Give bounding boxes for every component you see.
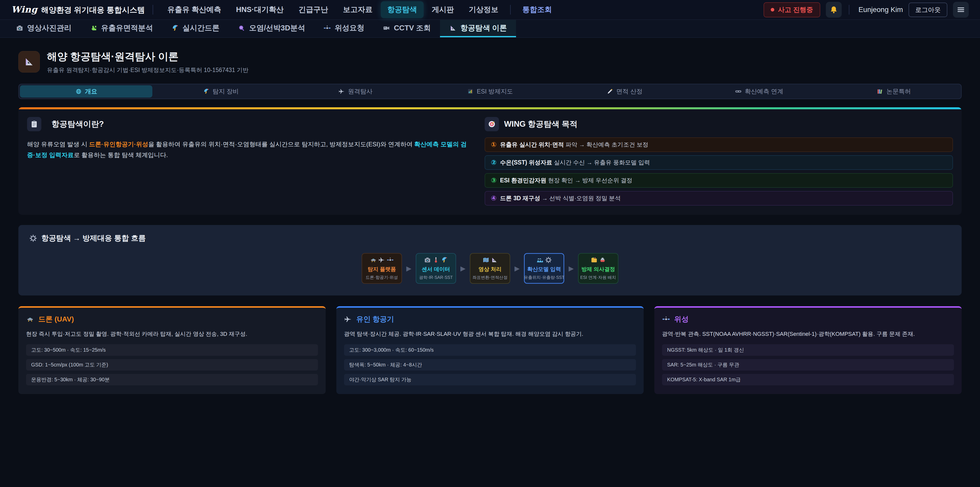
satellite-icon (662, 315, 670, 323)
menu-button[interactable] (953, 2, 969, 18)
nav-integrated-query[interactable]: 통합조회 (516, 1, 558, 18)
incident-status-label: 사고 진행중 (778, 5, 813, 14)
spec-row: 탐색폭: 5~50km · 체공: 4~8시간 (344, 359, 636, 370)
flow-step-title: 확산모델 입력 (527, 266, 561, 273)
logout-button[interactable]: 로그아웃 (908, 3, 947, 17)
bell-icon (829, 5, 838, 14)
tab-papers-patents[interactable]: 논문특허 (828, 85, 960, 97)
incident-status-badge: 사고 진행중 (764, 2, 820, 18)
satellite-dish-icon (203, 88, 210, 95)
tab-label: 탐지 장비 (213, 87, 239, 96)
arrow-right-icon: ▶ (569, 265, 574, 273)
item-bold: 유출유 실시간 위치·면적 (500, 141, 564, 148)
tab-label: 면적 산정 (616, 87, 643, 96)
spec-row: SAR: 5~25m 해상도 · 구름 무관 (662, 359, 954, 370)
chart-icon (467, 88, 474, 95)
item-number: ① (491, 141, 496, 148)
tab-label: 논문특허 (886, 87, 911, 96)
spec-list: NGSST: 5km 해상도 · 일 1회 갱신 SAR: 5~25m 해상도 … (662, 344, 954, 385)
globe-icon (75, 88, 82, 95)
alert-dot (771, 8, 774, 11)
clipboard-icon-box (27, 117, 41, 131)
nav-board[interactable]: 게시판 (425, 1, 461, 18)
pencil-icon (607, 88, 613, 95)
clipboard-icon (30, 120, 38, 128)
nav-weather[interactable]: 기상정보 (462, 1, 505, 18)
platform-title: 위성 (674, 315, 689, 324)
nav-hns-dispersion[interactable]: HNS·대기확산 (229, 1, 290, 18)
nav-divider (510, 5, 511, 14)
folder-icon (590, 256, 598, 263)
gear-icon (545, 256, 552, 263)
satellite-icon (323, 24, 331, 32)
wave-icon (536, 256, 544, 263)
map-icon (482, 256, 490, 263)
nav-emergency-rescue[interactable]: 긴급구난 (292, 1, 335, 18)
books-icon (877, 88, 883, 95)
puzzle-icon (90, 24, 97, 32)
tab-forecast-link[interactable]: 확산예측 연계 (693, 85, 825, 97)
camera-icon (16, 24, 24, 32)
subnav-oil-area-analysis[interactable]: 유출유면적분석 (81, 20, 162, 37)
purpose-item-1: ① 유출유 실시간 위치·면적 파악 → 확산예측 초기조건 보정 (485, 137, 953, 152)
main-nav: 유출유 확산예측 HNS·대기확산 긴급구난 보고자료 항공탐색 게시판 기상정… (161, 1, 558, 18)
subnav-photo-management[interactable]: 영상사진관리 (6, 20, 81, 37)
platform-title: 드론 (UAV) (38, 315, 74, 324)
subnav-label: 오염/선박3D분석 (249, 23, 305, 33)
spec-row: 고도: 30~500m · 속도: 15~25m/s (26, 344, 318, 356)
body-text: 을 활용하여 유출유의 위치·면적·오염형태를 실시간으로 탐지하고, 방제정보… (148, 141, 414, 148)
plane-icon (378, 256, 385, 263)
item-number: ② (491, 158, 496, 166)
link-icon (735, 88, 741, 95)
spec-row: GSD: 1~5cm/px (100m 고도 기준) (26, 359, 318, 370)
nav-reports[interactable]: 보고자료 (336, 1, 379, 18)
theory-tabbar: 개요 탐지 장비 원격탐사 ESI 방제지도 면적 산정 확산예측 연계 논문특… (18, 84, 962, 99)
subnav-label: 영상사진관리 (27, 23, 72, 33)
set-square-icon (24, 56, 35, 67)
tab-esi-map[interactable]: ESI 방제지도 (424, 85, 556, 97)
tab-overview[interactable]: 개요 (20, 85, 152, 97)
subnav-label: 실시간드론 (183, 23, 220, 33)
subnav-label: CCTV 조회 (394, 23, 431, 33)
subnav-label: 유출유면적분석 (101, 23, 153, 33)
spec-row: KOMPSAT-5: X-band SAR 1m급 (662, 374, 954, 385)
arrow-right-icon: ▶ (460, 265, 466, 273)
platform-title: 유인 항공기 (356, 315, 394, 324)
flow-step-title: 센서 데이터 (422, 266, 450, 273)
nav-spill-forecast[interactable]: 유출유 확산예측 (161, 1, 228, 18)
flow-step-detection-platform: 탐지 플랫폼 드론·항공기·위성 (362, 253, 402, 284)
tab-detection-equipment[interactable]: 탐지 장비 (154, 85, 287, 97)
purpose-item-4: ④ 드론 3D 재구성 → 선박 식별·오염원 정밀 분석 (485, 191, 953, 206)
header-divider-2 (849, 5, 850, 14)
page-title-block: 해양 항공탐색·원격탐사 이론 유출유 원격탐지·항공감시 기법·ESI 방제정… (18, 49, 962, 74)
subnav-pollution-3d-analysis[interactable]: 오염/선박3D분석 (229, 20, 314, 37)
subnav-satellite-request[interactable]: 위성요청 (314, 20, 373, 37)
tab-area-calculation[interactable]: 면적 산정 (558, 85, 691, 97)
integrated-flow-section: 항공탐색 → 방제대응 통합 흐름 탐지 플랫폼 드론·항공기·위성 ▶ (18, 225, 962, 295)
plane-icon (344, 315, 352, 323)
nav-aerial-search[interactable]: 항공탐색 (381, 1, 424, 18)
set-square-icon (449, 24, 457, 32)
flow-step-title: 방제 의사결정 (581, 266, 615, 273)
arrow-right-icon: ▶ (514, 265, 520, 273)
tab-label: 개요 (85, 87, 97, 96)
subnav-cctv[interactable]: CCTV 조회 (373, 20, 440, 37)
drone-card: 드론 (UAV) 현장 즉시 투입·저고도 정밀 촬영. 광학·적외선 카메라 … (18, 306, 326, 394)
purpose-list: ① 유출유 실시간 위치·면적 파악 → 확산예측 초기조건 보정 ② 수온(S… (485, 137, 953, 206)
item-rest: → 선박 식별·오염원 정밀 분석 (540, 195, 621, 201)
body-text: 로 활용하는 통합 탐색 체계입니다. (74, 152, 168, 158)
flow-step-sub: ESI 연계·자원 배치 (580, 275, 616, 280)
flow-step-sub: 광학·IR·SAR·SST (419, 275, 453, 280)
subnav-label: 항공탐색 이론 (460, 23, 507, 33)
item-bold: 드론 3D 재구성 (500, 195, 540, 201)
platform-cards: 드론 (UAV) 현장 즉시 투입·저고도 정밀 촬영. 광학·적외선 카메라 … (18, 306, 962, 394)
notification-button[interactable] (826, 2, 842, 18)
subnav-aerial-search-theory[interactable]: 항공탐색 이론 (440, 20, 516, 37)
tab-remote-sensing[interactable]: 원격탐사 (289, 85, 422, 97)
satellite-card: 위성 광역·반복 관측. SST(NOAA AVHRR·NGSST)·SAR(S… (654, 306, 962, 394)
purpose-title: WING 항공탐색 목적 (504, 119, 578, 129)
target-icon (487, 120, 496, 128)
drone-icon (26, 315, 34, 323)
subnav-realtime-drone[interactable]: 실시간드론 (162, 20, 229, 37)
page-subtitle: 유출유 원격탐지·항공감시 기법·ESI 방제정보지도·등록특허 10-1567… (47, 66, 248, 74)
